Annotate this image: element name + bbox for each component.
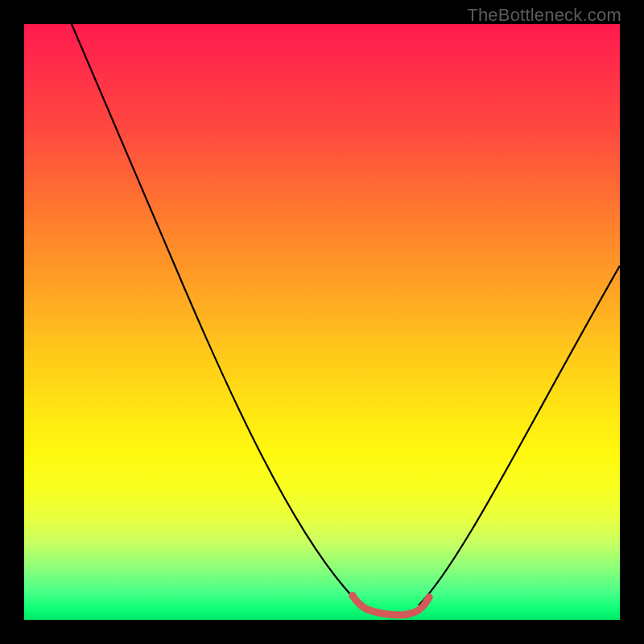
chart-frame: TheBottleneck.com [0,0,644,644]
curve-layer [24,24,620,620]
watermark-label: TheBottleneck.com [467,5,621,26]
left-curve [72,24,362,607]
min-cap-left [349,592,356,599]
plot-area [24,24,620,620]
right-curve [419,266,620,605]
min-cap-right [425,593,432,601]
minimum-marker [353,596,429,615]
